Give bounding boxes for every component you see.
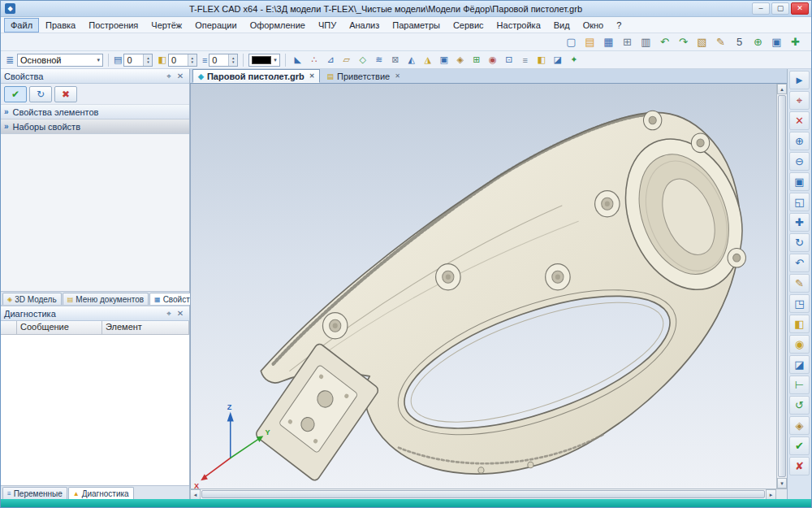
filter-operations-icon[interactable]: ⊞ <box>469 53 484 67</box>
menu-item[interactable]: Файл <box>4 18 39 33</box>
filter-nodes-icon[interactable]: ∴ <box>307 53 322 67</box>
cancel-icon[interactable]: ✘ <box>789 457 810 475</box>
undo-icon[interactable]: ↶ <box>657 34 672 50</box>
section-header[interactable]: » Свойства элементов <box>1 105 189 119</box>
panel-tab[interactable]: ▤ Меню документов <box>63 293 149 305</box>
filter-workplanes-icon[interactable]: ◭ <box>404 53 419 67</box>
filter-lcs-icon[interactable]: ⊡ <box>502 53 516 67</box>
menu-item[interactable]: Правка <box>39 18 82 33</box>
pin-icon[interactable]: ⌖ <box>163 72 175 81</box>
menu-item[interactable]: Оформление <box>244 18 312 33</box>
zoom-out-icon[interactable]: ⊖ <box>789 152 810 171</box>
workplane-icon[interactable]: ◳ <box>789 294 810 313</box>
print-icon[interactable]: ▥ <box>638 34 654 50</box>
close-panel-icon[interactable]: ✕ <box>175 309 186 318</box>
regenerate-icon[interactable]: ↺ <box>789 396 810 415</box>
redo-icon[interactable]: ↷ <box>676 34 691 50</box>
pin-icon[interactable]: ⌖ <box>163 309 175 319</box>
menu-item[interactable]: ЧПУ <box>312 18 343 33</box>
insert-link-icon[interactable]: ⊕ <box>750 34 766 50</box>
refresh-button[interactable]: ↻ <box>29 86 52 102</box>
open-document-icon[interactable]: ▤ <box>582 34 598 50</box>
3d-viewport[interactable]: Z X Y <box>190 84 776 488</box>
minimize-button[interactable]: – <box>752 2 770 15</box>
column-header-message[interactable]: Сообщение <box>17 321 102 334</box>
spinner-input[interactable]: 0 ▴▾ <box>209 54 238 67</box>
document-tab[interactable]: ▤ Приветствие ✕ <box>321 69 405 83</box>
filter-images-icon[interactable]: ⊠ <box>388 53 403 67</box>
clipboard-icon[interactable]: ▧ <box>694 34 710 50</box>
menu-item[interactable]: Чертёж <box>145 18 188 33</box>
filter-bodies-icon[interactable]: ◈ <box>453 53 468 67</box>
rotate-view-icon[interactable]: ↻ <box>789 233 810 252</box>
column-header-element[interactable]: Элемент <box>102 321 189 334</box>
material-icon[interactable]: ◧ <box>789 315 810 333</box>
sketch-mode-icon[interactable]: ✎ <box>789 274 810 293</box>
horizontal-scrollbar[interactable]: ◂ ▸ <box>190 488 787 499</box>
measure-icon[interactable]: ⊢ <box>789 376 810 394</box>
section-header[interactable]: » Наборы свойств <box>1 119 189 134</box>
bottom-tab[interactable]: ▲ Диагностика <box>68 487 134 499</box>
title-bar[interactable]: ◆ T-FLEX CAD x64 - E:\3Д модели T-FLEX\_… <box>1 1 811 17</box>
zoom-all-icon[interactable]: ◱ <box>789 193 810 211</box>
chevron-down-icon[interactable]: ▾ <box>274 57 277 63</box>
filter-faces-icon[interactable]: ◧ <box>534 53 549 67</box>
menu-item[interactable]: Вид <box>547 18 577 33</box>
spinner-arrows[interactable]: ▴▾ <box>228 54 237 66</box>
close-document-icon[interactable]: ✕ <box>789 111 810 130</box>
previous-view-icon[interactable]: ↶ <box>789 254 810 272</box>
edit-properties-icon[interactable]: ✎ <box>713 34 728 50</box>
3d-model-canvas[interactable]: Z X Y <box>191 84 776 488</box>
menu-item[interactable]: Построения <box>82 18 145 33</box>
filter-hatches-icon[interactable]: ▱ <box>339 53 354 67</box>
menu-item[interactable]: Окно <box>577 18 611 33</box>
filter-lines-icon[interactable]: ◣ <box>291 53 305 67</box>
filter-all-icon[interactable]: ✦ <box>567 53 581 67</box>
filter-profiles-icon[interactable]: ▣ <box>437 53 451 67</box>
layer-combobox[interactable]: Основной ▾ <box>17 54 103 67</box>
scroll-down-icon[interactable]: ▾ <box>777 478 787 488</box>
image-icon[interactable]: ▣ <box>769 34 784 50</box>
close-tab-icon[interactable]: ✕ <box>309 72 315 80</box>
line-color-swatch[interactable]: ▾ <box>248 54 280 67</box>
spinner-input[interactable]: 0 ▴▾ <box>123 54 153 67</box>
scroll-up-icon[interactable]: ▴ <box>777 84 787 94</box>
chevron-down-icon[interactable]: ▾ <box>97 57 101 63</box>
menu-item[interactable]: Анализ <box>343 18 386 33</box>
spinner-arrows[interactable]: ▴▾ <box>188 54 197 66</box>
spinner-arrows[interactable]: ▴▾ <box>143 54 152 66</box>
vertical-scrollbar[interactable]: ▴ ▾ <box>776 84 787 488</box>
zoom-in-icon[interactable]: ⊕ <box>789 132 810 150</box>
section-view-icon[interactable]: ◪ <box>789 355 810 374</box>
apply-icon[interactable]: ✔ <box>789 436 810 455</box>
maximize-button[interactable]: ▢ <box>771 2 789 15</box>
bottom-tab[interactable]: ≡ Переменные <box>2 487 67 499</box>
vertical-scroll-thumb[interactable] <box>778 95 786 477</box>
filter-texts-icon[interactable]: ◇ <box>356 53 370 67</box>
cancel-button[interactable]: ✖ <box>54 86 77 102</box>
filter-splines-icon[interactable]: ≋ <box>372 53 387 67</box>
new-document-icon[interactable]: ▢ <box>564 34 579 50</box>
recent-documents-icon[interactable]: 5 <box>732 34 747 50</box>
pin-document-icon[interactable]: ⌖ <box>789 91 810 110</box>
light-icon[interactable]: ◉ <box>789 335 810 354</box>
menu-item[interactable]: ? <box>610 18 628 33</box>
panel-tab[interactable]: ◈ 3D Модель <box>2 293 62 305</box>
filter-routes-icon[interactable]: ≡ <box>518 53 533 67</box>
close-tab-icon[interactable]: ✕ <box>395 72 400 80</box>
print-preview-icon[interactable]: ⊞ <box>620 34 635 50</box>
document-tab[interactable]: ◈ Паровой пистолет.grb ✕ <box>192 69 320 83</box>
spinner-input[interactable]: 0 ▴▾ <box>168 54 197 67</box>
filter-sections-icon[interactable]: ◪ <box>551 53 565 67</box>
menu-item[interactable]: Параметры <box>386 18 447 33</box>
menu-item[interactable]: Операции <box>188 18 243 33</box>
filter-dimensions-icon[interactable]: ⊿ <box>323 53 338 67</box>
zoom-window-icon[interactable]: ▣ <box>789 172 810 191</box>
filter-3d-nodes-icon[interactable]: ◉ <box>486 53 500 67</box>
isometric-cube-icon[interactable]: ◈ <box>789 416 810 435</box>
filter-surfaces-icon[interactable]: ◮ <box>421 53 435 67</box>
pan-view-icon[interactable]: ✚ <box>789 213 810 232</box>
menu-item[interactable]: Сервис <box>447 18 490 33</box>
add-element-icon[interactable]: ✚ <box>788 34 803 50</box>
close-button[interactable]: ✕ <box>791 2 809 15</box>
